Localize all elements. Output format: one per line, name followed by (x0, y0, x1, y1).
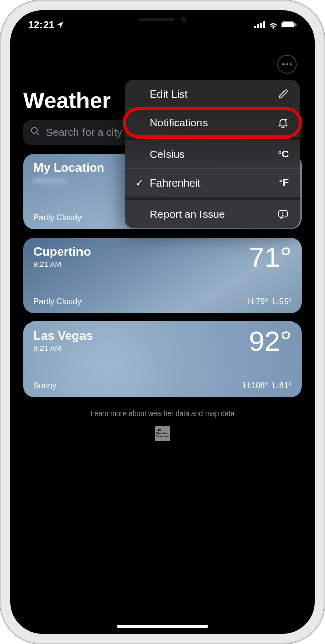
celsius-unit-icon: °C (278, 149, 289, 160)
menu-fahrenheit[interactable]: ✓Fahrenheit °F (125, 169, 300, 200)
card-subtitle: 9:21 AM (33, 260, 91, 268)
menu-label: Notifications (150, 117, 208, 129)
menu-label: Fahrenheit (150, 177, 200, 189)
card-condition: Partly Cloudy (33, 297, 82, 306)
cellular-signal-icon (254, 21, 265, 28)
card-high: H:79° (248, 297, 268, 306)
weather-channel-logo: The Weather Channel (155, 426, 170, 441)
weather-card-cupertino[interactable]: Cupertino 9:21 AM 71° Partly Cloudy H:79… (23, 238, 302, 313)
map-data-link[interactable]: map data (205, 409, 234, 418)
home-indicator[interactable] (117, 625, 208, 628)
location-services-icon (56, 21, 64, 29)
footer-attribution: Learn more about weather data and map da… (23, 409, 302, 418)
menu-label: Report an Issue (150, 208, 225, 220)
status-time: 12:21 (28, 19, 54, 31)
more-menu: Edit List Notifications Celsius °C ✓Fahr… (125, 80, 300, 228)
footer-mid: and (189, 409, 205, 418)
card-title: Las Vegas (33, 329, 93, 343)
front-camera (181, 17, 186, 22)
earpiece (139, 18, 174, 21)
card-hilo: H:108° L:81° (243, 381, 292, 390)
menu-report-issue[interactable]: Report an Issue (125, 200, 300, 228)
card-hilo: H:79° L:55° (248, 297, 292, 306)
card-temperature: 71° (249, 245, 292, 270)
notch (99, 10, 226, 28)
svg-rect-5 (282, 22, 294, 27)
battery-icon (281, 21, 297, 28)
card-subtitle-redacted: xxxxxxxx (33, 176, 104, 185)
fahrenheit-unit-icon: °F (279, 178, 289, 189)
menu-celsius[interactable]: Celsius °C (125, 140, 300, 169)
weather-data-link[interactable]: weather data (148, 409, 189, 418)
card-low: L:81° (272, 381, 292, 390)
card-high: H:108° (243, 381, 268, 390)
svg-rect-0 (254, 26, 256, 28)
svg-line-8 (37, 132, 39, 135)
card-low: L:55° (272, 297, 292, 306)
footer-prefix: Learn more about (91, 409, 148, 418)
svg-rect-3 (263, 21, 265, 28)
menu-edit-list[interactable]: Edit List (125, 80, 300, 109)
wifi-icon (268, 21, 278, 29)
menu-label: Edit List (150, 88, 188, 100)
svg-rect-6 (295, 23, 297, 26)
svg-point-9 (285, 119, 287, 121)
more-button[interactable] (277, 55, 297, 74)
bell-icon (277, 117, 289, 128)
svg-rect-2 (260, 23, 262, 28)
device-frame: 12:21 (0, 0, 325, 644)
pencil-icon (278, 89, 289, 99)
card-condition: Partly Cloudy (33, 213, 82, 222)
card-temperature: 92° (249, 329, 292, 354)
svg-rect-1 (257, 24, 259, 28)
svg-point-7 (32, 127, 38, 133)
report-issue-icon (277, 209, 289, 220)
menu-notifications[interactable]: Notifications (125, 109, 300, 140)
search-icon (30, 126, 40, 139)
weather-card-las-vegas[interactable]: Las Vegas 9:21 AM 92° Sunny H:108° L:81° (23, 321, 302, 397)
card-title: Cupertino (33, 245, 91, 259)
card-title: My Location (33, 161, 104, 175)
card-condition: Sunny (33, 381, 56, 390)
card-subtitle: 9:21 AM (33, 344, 93, 352)
svg-point-12 (282, 215, 283, 216)
ellipsis-icon (282, 63, 292, 65)
screen: 12:21 (10, 10, 315, 634)
menu-label: Celsius (150, 148, 185, 160)
checkmark-icon: ✓ (136, 177, 145, 189)
